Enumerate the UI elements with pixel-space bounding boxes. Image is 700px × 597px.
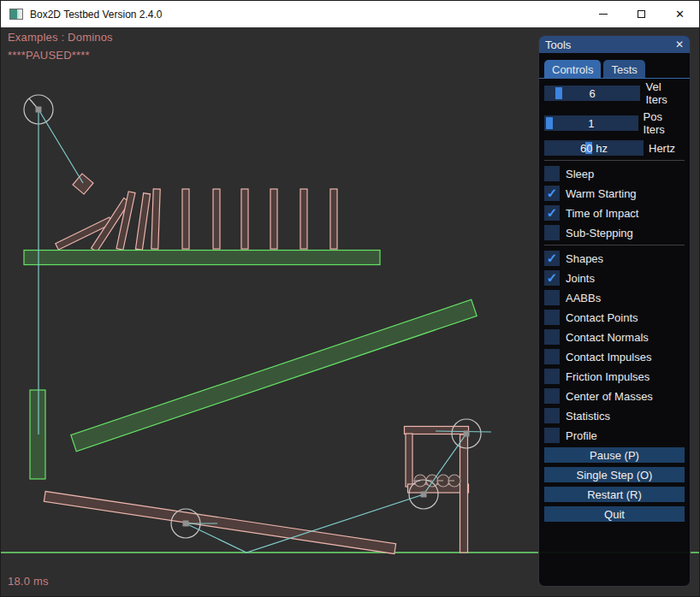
checkbox-aabbs[interactable]: ✓ AABBs xyxy=(544,290,685,305)
checkbox-contact-impulses-label: Contact Impulses xyxy=(566,351,651,364)
single-step-button[interactable]: Single Step (O) xyxy=(544,467,685,482)
tools-panel: Tools ✕ Controls Tests 6 Vel Iters xyxy=(538,35,691,587)
hertz-value: 60 hz xyxy=(544,140,644,156)
checkbox-warm-starting-label: Warm Starting xyxy=(566,187,637,200)
vel-iters-value: 6 xyxy=(544,86,640,101)
tools-panel-titlebar[interactable]: Tools ✕ xyxy=(539,36,690,53)
close-icon: ✕ xyxy=(675,8,685,21)
checkbox-sub-stepping[interactable]: ✓ Sub-Stepping xyxy=(544,225,685,240)
checkbox-friction-impulses-label: Friction Impulses xyxy=(566,370,650,383)
checkbox-aabbs-label: AABBs xyxy=(566,292,601,304)
example-label: Examples : Dominos xyxy=(8,31,113,44)
hertz-label: Hertz xyxy=(649,142,675,155)
pause-button[interactable]: Pause (P) xyxy=(544,447,685,463)
tools-panel-title: Tools xyxy=(545,38,571,51)
checkbox-shapes-label: Shapes xyxy=(566,252,603,265)
checkbox-time-of-impact[interactable]: ✓ Time of Impact xyxy=(544,205,685,221)
checkbox-contact-points-label: Contact Points xyxy=(566,311,638,324)
vel-iters-label: Vel Iters xyxy=(645,80,685,106)
minimize-icon xyxy=(599,14,608,15)
checkbox-sleep-label: Sleep xyxy=(566,168,594,180)
box2d-testbed-window: Examples : Dominos ****PAUSED**** 18.0 m… xyxy=(0,0,700,597)
check-icon: ✓ xyxy=(544,251,560,266)
checkbox-contact-normals-label: Contact Normals xyxy=(566,331,649,344)
app-icon xyxy=(9,9,23,20)
check-icon: ✓ xyxy=(544,186,560,201)
close-button[interactable]: ✕ xyxy=(661,1,699,27)
window-title: Box2D Testbed Version 2.4.0 xyxy=(30,9,163,21)
checkbox-sleep[interactable]: ✓ Sleep xyxy=(544,166,685,181)
minimize-button[interactable] xyxy=(584,1,622,27)
tools-close-button[interactable]: ✕ xyxy=(675,38,684,50)
checkbox-shapes[interactable]: ✓ Shapes xyxy=(544,251,685,266)
hertz-slider[interactable]: 60 hz xyxy=(544,140,644,156)
checkbox-sub-stepping-label: Sub-Stepping xyxy=(566,227,633,239)
checkbox-statistics-label: Statistics xyxy=(566,410,610,423)
checkbox-contact-points[interactable]: ✓ Contact Points xyxy=(544,310,685,325)
check-icon: ✓ xyxy=(544,205,560,221)
checkbox-friction-impulses[interactable]: ✓ Friction Impulses xyxy=(544,369,685,384)
tabbar: Controls Tests xyxy=(544,60,685,78)
maximize-button[interactable] xyxy=(622,1,661,27)
checkbox-joints-label: Joints xyxy=(566,272,595,285)
checkbox-center-of-masses-label: Center of Masses xyxy=(566,390,653,403)
checkbox-contact-impulses[interactable]: ✓ Contact Impulses xyxy=(544,349,685,364)
checkbox-statistics[interactable]: ✓ Statistics xyxy=(544,408,685,423)
tab-tests[interactable]: Tests xyxy=(603,60,644,78)
separator xyxy=(544,160,685,161)
check-icon: ✓ xyxy=(544,270,560,286)
checkbox-time-of-impact-label: Time of Impact xyxy=(566,207,638,220)
tab-controls-label: Controls xyxy=(552,63,593,76)
checkbox-contact-normals[interactable]: ✓ Contact Normals xyxy=(544,329,685,345)
paused-label: ****PAUSED**** xyxy=(8,49,90,62)
quit-button[interactable]: Quit xyxy=(544,506,685,522)
tab-tests-label: Tests xyxy=(611,63,637,76)
restart-button[interactable]: Restart (R) xyxy=(544,487,685,502)
window-titlebar[interactable]: Box2D Testbed Version 2.4.0 ✕ xyxy=(1,1,699,27)
pos-iters-slider[interactable]: 1 xyxy=(544,115,638,131)
checkbox-profile[interactable]: ✓ Profile xyxy=(544,428,685,443)
checkbox-warm-starting[interactable]: ✓ Warm Starting xyxy=(544,186,685,201)
maximize-icon xyxy=(638,10,645,18)
tab-underline xyxy=(539,78,690,79)
checkbox-center-of-masses[interactable]: ✓ Center of Masses xyxy=(544,388,685,404)
vel-iters-slider[interactable]: 6 xyxy=(544,86,640,101)
checkbox-profile-label: Profile xyxy=(566,429,597,442)
pos-iters-value: 1 xyxy=(544,115,638,131)
tab-controls[interactable]: Controls xyxy=(544,60,601,78)
frame-time-label: 18.0 ms xyxy=(8,575,49,588)
pos-iters-label: Pos Iters xyxy=(644,110,685,136)
separator xyxy=(544,245,685,245)
checkbox-joints[interactable]: ✓ Joints xyxy=(544,270,685,286)
